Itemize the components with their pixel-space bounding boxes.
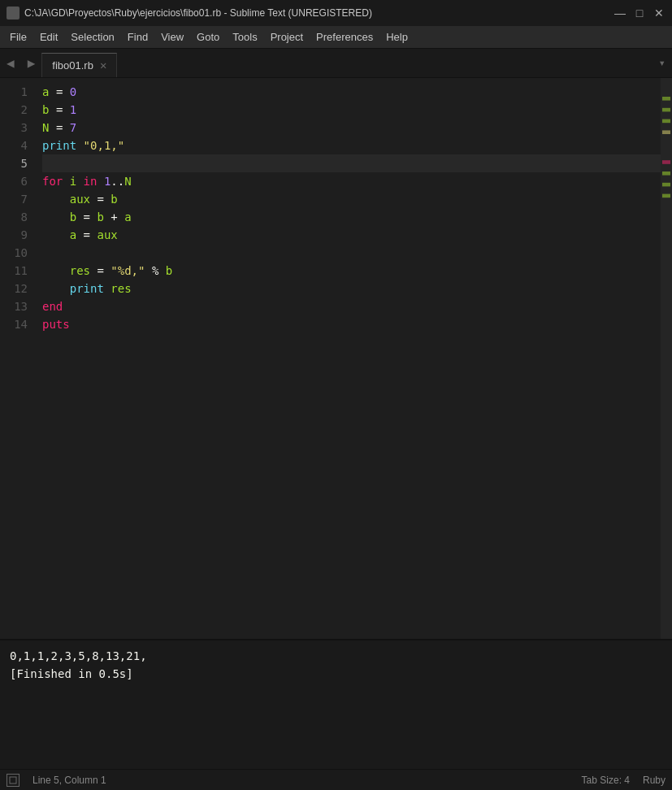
code-line-7: aux = b <box>42 190 661 208</box>
line-num-7: 7 <box>11 190 28 208</box>
status-right: Tab Size: 4 Ruby <box>582 775 665 786</box>
svg-rect-4 <box>662 160 670 164</box>
svg-rect-7 <box>662 194 670 198</box>
code-line-2: b = 1 <box>42 101 661 119</box>
minimap <box>661 78 672 639</box>
line-num-2: 2 <box>11 101 28 119</box>
tab-size[interactable]: Tab Size: 4 <box>582 775 630 786</box>
svg-rect-5 <box>662 171 670 176</box>
line-num-1: 1 <box>11 83 28 101</box>
close-button[interactable]: ✕ <box>652 7 665 20</box>
menu-selection[interactable]: Selection <box>64 28 120 46</box>
line-num-5: 5 <box>11 154 28 172</box>
code-line-9: a = aux <box>42 226 661 244</box>
code-line-3: N = 7 <box>42 119 661 137</box>
code-line-4: print "0,1," <box>42 137 661 154</box>
tab-fibo01[interactable]: fibo01.rb ✕ <box>41 53 117 77</box>
tab-close-icon[interactable]: ✕ <box>100 59 106 72</box>
code-line-1: a = 0 <box>42 83 661 101</box>
menu-find[interactable]: Find <box>121 28 154 46</box>
line-numbers: 1 2 3 4 5 6 7 8 9 10 11 12 13 14 <box>0 78 36 639</box>
menu-bar: File Edit Selection Find View Goto Tools… <box>0 26 672 49</box>
tab-dropdown-icon[interactable]: ▾ <box>652 53 672 73</box>
tab-nav-right[interactable]: ▶ <box>21 52 42 75</box>
output-line-1: 0,1,1,2,3,5,8,13,21, <box>10 647 662 665</box>
editor-container: 1 2 3 4 5 6 7 8 9 10 11 12 13 14 a = 0 b… <box>0 78 672 769</box>
menu-view[interactable]: View <box>154 28 190 46</box>
line-num-13: 13 <box>11 297 28 315</box>
tab-bar: ◀ ▶ fibo01.rb ✕ ▾ <box>0 49 672 78</box>
code-line-10 <box>42 244 661 262</box>
svg-rect-0 <box>662 97 670 101</box>
language[interactable]: Ruby <box>643 775 665 786</box>
svg-rect-3 <box>662 130 670 134</box>
status-icon <box>7 774 20 787</box>
svg-rect-8 <box>10 777 16 783</box>
code-line-12: print res <box>42 280 661 297</box>
line-num-11: 11 <box>11 262 28 280</box>
line-num-6: 6 <box>11 172 28 190</box>
code-area[interactable]: a = 0 b = 1 N = 7 print "0,1," for i in … <box>36 78 661 639</box>
line-num-10: 10 <box>11 244 28 262</box>
menu-edit[interactable]: Edit <box>33 28 64 46</box>
tab-label: fibo01.rb <box>52 59 93 72</box>
title-bar: C:\JA\GD\Proyectos\Ruby\ejercicios\fibo0… <box>0 0 672 26</box>
output-line-2: [Finished in 0.5s] <box>10 665 662 683</box>
code-line-11: res = "%d," % b <box>42 262 661 280</box>
line-num-8: 8 <box>11 208 28 226</box>
menu-file[interactable]: File <box>3 28 33 46</box>
code-line-5 <box>42 154 661 172</box>
menu-preferences[interactable]: Preferences <box>310 28 379 46</box>
status-bar: Line 5, Column 1 Tab Size: 4 Ruby <box>0 769 672 790</box>
svg-rect-2 <box>662 119 670 124</box>
maximize-button[interactable]: □ <box>633 7 646 20</box>
line-num-3: 3 <box>11 119 28 137</box>
title-controls[interactable]: — □ ✕ <box>613 7 665 20</box>
svg-rect-1 <box>662 108 670 112</box>
title-text: C:\JA\GD\Proyectos\Ruby\ejercicios\fibo0… <box>24 7 372 19</box>
svg-rect-6 <box>662 183 670 187</box>
menu-goto[interactable]: Goto <box>190 28 226 46</box>
minimize-button[interactable]: — <box>613 7 626 20</box>
tab-nav-left[interactable]: ◀ <box>0 52 21 75</box>
title-left: C:\JA\GD\Proyectos\Ruby\ejercicios\fibo0… <box>7 7 372 20</box>
cursor-position[interactable]: Line 5, Column 1 <box>33 775 106 786</box>
menu-tools[interactable]: Tools <box>226 28 263 46</box>
code-line-6: for i in 1..N <box>42 172 661 190</box>
line-num-4: 4 <box>11 137 28 154</box>
code-line-8: b = b + a <box>42 208 661 226</box>
app-icon <box>7 7 20 20</box>
editor[interactable]: 1 2 3 4 5 6 7 8 9 10 11 12 13 14 a = 0 b… <box>0 78 672 639</box>
scrollbar[interactable] <box>661 78 672 639</box>
output-panel: 0,1,1,2,3,5,8,13,21, [Finished in 0.5s] <box>0 639 672 769</box>
code-line-13: end <box>42 297 661 315</box>
code-line-14: puts <box>42 315 661 333</box>
line-num-12: 12 <box>11 280 28 297</box>
line-num-9: 9 <box>11 226 28 244</box>
menu-help[interactable]: Help <box>379 28 414 46</box>
menu-project[interactable]: Project <box>264 28 310 46</box>
output-content: 0,1,1,2,3,5,8,13,21, [Finished in 0.5s] <box>0 640 672 689</box>
line-num-14: 14 <box>11 315 28 333</box>
